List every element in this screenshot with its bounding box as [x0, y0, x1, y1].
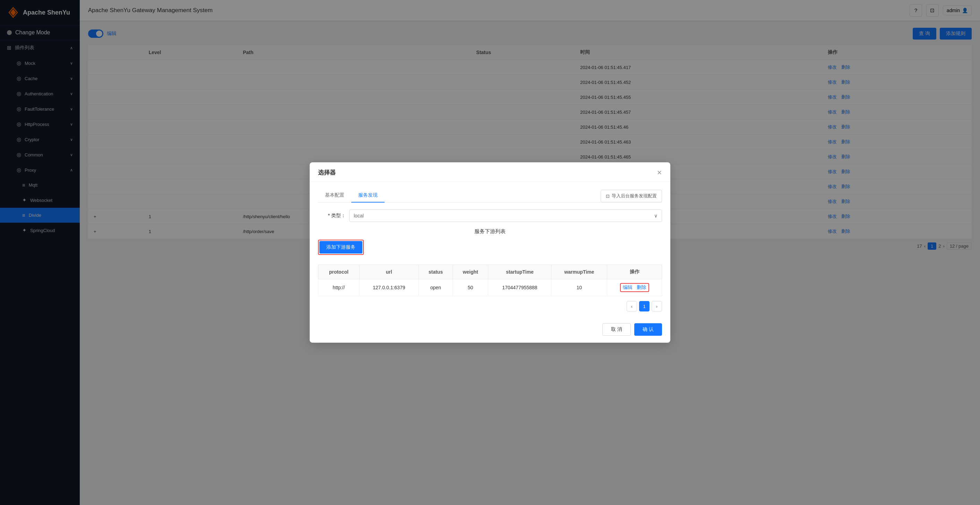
- modal-body: 基本配置 服务发现 ⊡ 导入后台服务发现配置 * 类型： local ∨ 服务下…: [310, 182, 670, 319]
- add-service-container: 添加下游服务: [318, 240, 662, 260]
- modal-header: 选择器 ✕: [310, 162, 670, 182]
- col-warmup-time: warmupTime: [551, 265, 607, 279]
- ops-box: 编辑 删除: [620, 283, 649, 292]
- tab-service-discovery[interactable]: 服务发现: [351, 189, 385, 202]
- modal-footer: 取 消 确 认: [310, 319, 670, 343]
- col-weight: weight: [453, 265, 488, 279]
- prev-page-button[interactable]: ‹: [627, 301, 637, 311]
- cancel-button[interactable]: 取 消: [602, 323, 631, 336]
- add-service-button[interactable]: 添加下游服务: [320, 241, 363, 253]
- prev-icon: ‹: [631, 304, 633, 309]
- url-cell: 127.0.0.1:6379: [359, 279, 418, 296]
- col-status: status: [418, 265, 453, 279]
- import-config-button[interactable]: ⊡ 导入后台服务发现配置: [601, 190, 662, 202]
- next-page-button[interactable]: ›: [652, 301, 662, 311]
- add-service-box: 添加下游服务: [318, 240, 364, 255]
- warmup-time-cell: 10: [551, 279, 607, 296]
- service-edit-link[interactable]: 编辑: [623, 284, 633, 291]
- type-label: * 类型：: [318, 213, 346, 219]
- col-url: url: [359, 265, 418, 279]
- next-icon: ›: [656, 304, 657, 309]
- col-startup-time: startupTime: [488, 265, 551, 279]
- status-cell: open: [418, 279, 453, 296]
- modal-close-button[interactable]: ✕: [657, 169, 662, 177]
- current-page-btn[interactable]: 1: [639, 301, 649, 311]
- import-label: 导入后台服务发现配置: [612, 193, 657, 199]
- ops-cell: 编辑 删除: [607, 279, 662, 296]
- service-delete-link[interactable]: 删除: [637, 284, 646, 291]
- modal-overlay: 选择器 ✕ 基本配置 服务发现 ⊡ 导入后台服务发现配置 * 类型： loca: [0, 0, 980, 505]
- col-ops: 操作: [607, 265, 662, 279]
- select-arrow-icon: ∨: [654, 213, 657, 218]
- modal-pagination: ‹ 1 ›: [318, 301, 662, 311]
- type-select[interactable]: local ∨: [349, 209, 662, 222]
- selector-modal: 选择器 ✕ 基本配置 服务发现 ⊡ 导入后台服务发现配置 * 类型： loca: [310, 162, 670, 343]
- service-downstream-table: protocol url status weight startupTime w…: [318, 264, 662, 296]
- service-table-row: http:// 127.0.0.1:6379 open 50 170447795…: [318, 279, 662, 296]
- type-form-row: * 类型： local ∨: [318, 209, 662, 222]
- import-icon: ⊡: [606, 194, 609, 199]
- weight-cell: 50: [453, 279, 488, 296]
- protocol-cell: http://: [318, 279, 360, 296]
- type-value: local: [354, 213, 364, 218]
- col-protocol: protocol: [318, 265, 360, 279]
- startup-time-cell: 1704477955888: [488, 279, 551, 296]
- confirm-button[interactable]: 确 认: [634, 323, 662, 336]
- service-table-title: 服务下游列表: [318, 228, 662, 235]
- tab-basic[interactable]: 基本配置: [318, 189, 351, 202]
- modal-title: 选择器: [318, 169, 336, 177]
- modal-tabs: 基本配置 服务发现: [318, 189, 385, 202]
